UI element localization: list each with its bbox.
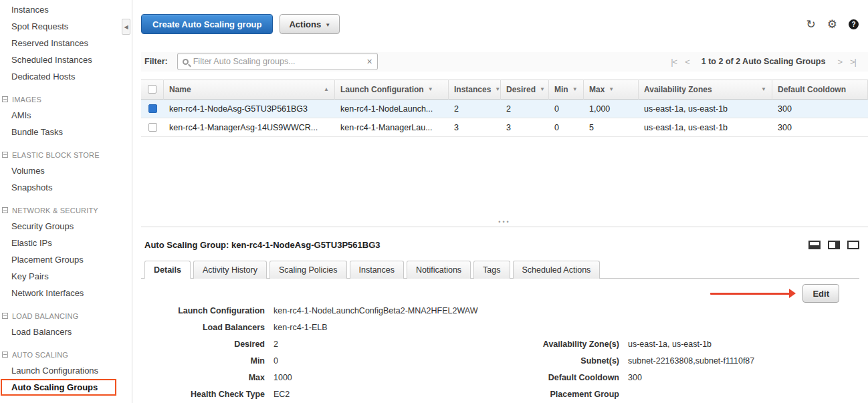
column-header-name[interactable]: Name ▲	[164, 80, 335, 100]
sidebar-item-dedicated-hosts[interactable]: Dedicated Hosts	[0, 68, 120, 85]
field-load-balancers: Load Balancers ken-rc4-1-ELB	[141, 319, 489, 336]
column-header-min[interactable]: Min ▼	[549, 80, 584, 100]
cell-instances: 3	[449, 118, 501, 137]
search-icon	[183, 59, 189, 65]
detail-fields-left: Launch Configuration ken-rc4-1-NodeLaunc…	[141, 303, 489, 403]
table-row[interactable]: ken-rc4-1-NodeAsg-G5TU3P561BG3 ken-rc4-1…	[141, 100, 868, 118]
filter-input[interactable]	[193, 57, 363, 66]
actions-button[interactable]: Actions▼	[280, 14, 340, 34]
filter-dropdown-icon: ▼	[609, 86, 614, 92]
sidebar-splitter[interactable]: ◀	[120, 0, 132, 403]
tab-instances[interactable]: Instances	[350, 261, 405, 279]
field-label: Min	[141, 353, 265, 370]
field-value: subnet-22163808,subnet-f1110f87	[628, 353, 754, 370]
field-label: Desired	[141, 336, 265, 353]
sidebar-item-launch-configurations[interactable]: Launch Configurations	[0, 362, 120, 379]
sidebar-item-network-interfaces[interactable]: Network Interfaces	[0, 285, 120, 301]
filter-search-box[interactable]: ×	[177, 53, 378, 70]
panel-resize-handle[interactable]: •••	[141, 223, 868, 230]
field-label: Launch Configuration	[141, 303, 265, 319]
settings-gear-icon[interactable]: ⚙	[827, 19, 837, 30]
column-header-max[interactable]: Max ▼	[584, 80, 639, 100]
tab-notifications[interactable]: Notifications	[407, 261, 471, 279]
column-header-instances[interactable]: Instances ▼	[449, 80, 501, 100]
column-header-launch-configuration[interactable]: Launch Configuration ▼	[335, 80, 449, 100]
sidebar-item-placement-groups[interactable]: Placement Groups	[0, 251, 120, 268]
pane-bottom-icon[interactable]	[808, 241, 821, 249]
cell-desired: 2	[501, 100, 549, 118]
help-icon[interactable]: ?	[849, 19, 859, 29]
sidebar-item-auto-scaling-groups[interactable]: Auto Scaling Groups	[1, 379, 116, 396]
tab-activity-history[interactable]: Activity History	[193, 261, 267, 279]
select-all-checkbox[interactable]	[141, 80, 164, 100]
cell-availability-zones: us-east-1a, us-east-1b	[639, 100, 772, 118]
cell-min: 0	[549, 100, 584, 118]
sidebar-item-amis[interactable]: AMIs	[0, 107, 120, 124]
field-value: 0	[274, 353, 278, 370]
cell-desired: 3	[501, 118, 549, 137]
refresh-icon[interactable]: ↻	[806, 19, 816, 30]
cell-default-cooldown: 300	[772, 118, 868, 137]
annotation-arrow-icon	[710, 289, 796, 298]
collapse-sidebar-icon[interactable]: ◀	[122, 19, 130, 35]
sidebar-item-elastic-ips[interactable]: Elastic IPs	[0, 235, 120, 251]
sidebar-item-reserved-instances[interactable]: Reserved Instances	[0, 35, 120, 51]
table-row[interactable]: ken-rc4-1-ManagerAsg-14US9WWCR... ken-rc…	[141, 118, 868, 137]
sidebar-item-volumes[interactable]: Volumes	[0, 162, 120, 179]
pane-right-icon[interactable]	[828, 241, 840, 249]
sidebar-item-scheduled-instances[interactable]: Scheduled Instances	[0, 51, 120, 68]
field-label: Subnet(s)	[489, 353, 619, 370]
table-header: Name ▲ Launch Configuration ▼ Instances …	[141, 80, 868, 100]
filter-dropdown-icon: ▼	[761, 86, 766, 92]
sidebar-section-auto-scaling[interactable]: AUTO SCALING	[0, 347, 120, 362]
sidebar-item-load-balancers[interactable]: Load Balancers	[0, 323, 120, 340]
sidebar-item-bundle-tasks[interactable]: Bundle Tasks	[0, 124, 120, 140]
sidebar-section-label: LOAD BALANCING	[12, 312, 78, 320]
cell-min: 0	[549, 118, 584, 137]
sidebar-section-images[interactable]: IMAGES	[0, 92, 120, 107]
sidebar-item-security-groups[interactable]: Security Groups	[0, 218, 120, 235]
sidebar-section-load-balancing[interactable]: LOAD BALANCING	[0, 308, 120, 323]
create-auto-scaling-group-button[interactable]: Create Auto Scaling group	[141, 14, 273, 34]
cell-max: 1,000	[584, 100, 639, 118]
clear-filter-icon[interactable]: ×	[363, 56, 372, 67]
sidebar-item-key-pairs[interactable]: Key Pairs	[0, 268, 120, 285]
filter-dropdown-icon: ▼	[572, 86, 578, 92]
pagination-prev-button[interactable]: <	[685, 57, 689, 67]
row-checkbox[interactable]	[148, 104, 157, 113]
pagination-next-button[interactable]: >	[837, 57, 842, 67]
tab-tags[interactable]: Tags	[473, 261, 510, 279]
column-label: Min	[554, 85, 568, 94]
tab-scaling-policies[interactable]: Scaling Policies	[269, 261, 347, 279]
cell-launch-configuration: ken-rc4-1-NodeLaunch...	[335, 100, 449, 118]
filter-dropdown-icon: ▼	[495, 86, 500, 92]
tab-details[interactable]: Details	[144, 261, 191, 279]
sort-ascending-icon: ▲	[324, 86, 329, 92]
sidebar-section-elastic-block-store[interactable]: ELASTIC BLOCK STORE	[0, 147, 120, 162]
pagination: |< < 1 to 2 of 2 Auto Scaling Groups > >…	[671, 57, 868, 67]
pagination-first-button[interactable]: |<	[671, 57, 677, 67]
row-checkbox[interactable]	[148, 123, 157, 132]
actions-button-label: Actions	[289, 19, 321, 29]
sidebar-item-snapshots[interactable]: Snapshots	[0, 179, 120, 196]
sidebar-section-label: ELASTIC BLOCK STORE	[12, 151, 100, 159]
field-value: EC2	[274, 386, 290, 403]
collapse-section-icon	[2, 352, 8, 358]
sidebar-section-network-security[interactable]: NETWORK & SECURITY	[0, 203, 120, 218]
edit-button[interactable]: Edit	[802, 284, 839, 303]
pane-maximize-icon[interactable]	[847, 241, 859, 249]
pane-layout-controls	[808, 241, 859, 249]
column-header-availability-zones[interactable]: Availability Zones ▼	[639, 80, 772, 100]
cell-max: 5	[584, 118, 639, 137]
collapse-section-icon	[2, 207, 8, 213]
pagination-last-button[interactable]: >|	[850, 57, 856, 67]
column-header-desired[interactable]: Desired ▼	[501, 80, 549, 100]
tab-scheduled-actions[interactable]: Scheduled Actions	[513, 261, 601, 279]
sidebar-item-spot-requests[interactable]: Spot Requests	[0, 18, 120, 35]
sidebar-item-instances[interactable]: Instances	[0, 1, 120, 18]
column-header-default-cooldown[interactable]: Default Cooldown	[772, 80, 868, 100]
pagination-label: 1 to 2 of 2 Auto Scaling Groups	[701, 57, 826, 66]
cell-default-cooldown: 300	[772, 100, 868, 118]
collapse-section-icon	[2, 152, 8, 158]
field-max: Max 1000	[141, 370, 489, 386]
